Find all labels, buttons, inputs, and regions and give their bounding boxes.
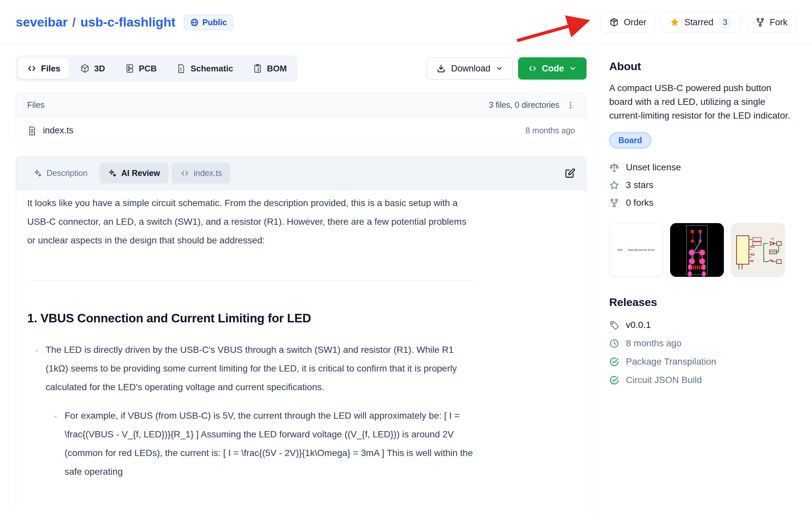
file-row-index-ts[interactable]: index.ts 8 months ago (16, 117, 586, 144)
files-meta-count: 3 files, 0 directories (489, 100, 559, 110)
code-label: Code (542, 64, 564, 74)
schematic-file-icon (176, 64, 186, 73)
edit-icon (564, 168, 576, 179)
release-date-row: 8 months ago (609, 338, 796, 349)
files-card-header: Files 3 files, 0 directories (16, 93, 586, 117)
thumbnail-pcb-preview[interactable] (670, 223, 724, 277)
file-icon (27, 126, 37, 135)
forks-row: 0 forks (609, 198, 796, 208)
annotation-arrow (512, 10, 597, 47)
tab-description[interactable]: Description (25, 163, 96, 183)
license-row: Unset license (609, 162, 796, 173)
ai-review-content: It looks like you have a simple circuit … (16, 190, 586, 507)
releases-heading: Releases (609, 296, 796, 309)
repo-name-link[interactable]: usb-c-flashlight (80, 15, 175, 29)
edit-button[interactable] (562, 165, 578, 181)
starred-label: Starred (684, 18, 714, 28)
preview-thumbnails: 500 Internal Server Error (609, 223, 796, 277)
release-version-row[interactable]: v0.0.1 (609, 320, 796, 330)
tab-index-ts[interactable]: index.ts (172, 163, 230, 183)
pcb-icon (125, 64, 135, 73)
release-check-circuit-json: Circuit JSON Build (609, 375, 796, 385)
main-column: Files 3D PCB Schematic (0, 45, 598, 515)
tab-files[interactable]: Files (18, 58, 69, 79)
order-label: Order (624, 18, 646, 28)
toolbar-actions: Download Code (427, 57, 586, 80)
code-icon (528, 64, 537, 73)
breadcrumb-separator: / (72, 15, 76, 29)
star-outline-icon (609, 180, 619, 190)
chevron-down-icon (495, 64, 503, 72)
fork-label: Fork (770, 18, 787, 28)
review-bullet: The LED is directly driven by the USB-C'… (42, 340, 477, 481)
toolbar: Files 3D PCB Schematic (16, 55, 586, 82)
tag-board[interactable]: Board (609, 132, 651, 148)
tab-bom[interactable]: BOM (244, 58, 295, 79)
release-check-label: Circuit JSON Build (626, 375, 702, 385)
release-check-label: Package Transpilation (626, 357, 716, 367)
tab-pcb[interactable]: PCB (116, 58, 166, 79)
code-button[interactable]: Code (518, 57, 587, 80)
chevron-down-icon (569, 64, 577, 72)
review-sub-bullet: For example, if VBUS (from USB-C) is 5V,… (61, 406, 477, 481)
fork-button[interactable]: Fork (747, 12, 796, 32)
scales-icon (609, 162, 619, 173)
download-button[interactable]: Download (427, 57, 513, 80)
tab-bom-label: BOM (267, 64, 287, 74)
tab-ai-review[interactable]: AI Review (99, 163, 168, 183)
order-button[interactable]: Order (600, 12, 655, 32)
release-version: v0.0.1 (626, 320, 651, 330)
tab-ai-review-label: AI Review (121, 169, 160, 178)
files-title: Files (27, 100, 45, 110)
repo-owner-link[interactable]: seveibar (16, 15, 67, 29)
visibility-label: Public (202, 18, 227, 27)
code-icon (180, 169, 190, 178)
breadcrumb: seveibar / usb-c-flashlight Public (16, 15, 233, 30)
tab-schematic[interactable]: Schematic (168, 58, 241, 79)
error-mini-text: 500 Internal Server Error (617, 247, 655, 253)
code-icon (27, 64, 37, 73)
check-circle-icon (609, 375, 619, 385)
starred-button[interactable]: Starred 3 (661, 12, 741, 32)
tag-icon (609, 320, 619, 330)
visibility-badge: Public (184, 15, 233, 30)
sidebar: About A compact USB-C powered push butto… (598, 45, 812, 515)
repo-page: seveibar / usb-c-flashlight Public Order… (0, 0, 812, 515)
release-check-transpilation: Package Transpilation (609, 357, 796, 367)
download-label: Download (451, 64, 490, 74)
star-icon (670, 18, 679, 27)
review-list: The LED is directly driven by the USB-C'… (27, 340, 477, 481)
globe-icon (190, 18, 199, 27)
repo-stats: Unset license 3 stars 0 forks (609, 162, 796, 208)
pcb-preview-image (670, 223, 724, 277)
tab-3d-label: 3D (94, 64, 105, 74)
about-heading: About (609, 60, 796, 73)
files-menu-button[interactable] (566, 100, 575, 110)
file-updated: 8 months ago (526, 126, 575, 135)
about-description: A compact USB-C powered push button boar… (609, 81, 796, 123)
tab-index-ts-label: index.ts (194, 169, 222, 178)
release-date: 8 months ago (626, 338, 682, 349)
schematic-preview-image: R1 (731, 223, 784, 277)
thumbnail-3d-preview-error[interactable]: 500 Internal Server Error (609, 223, 663, 277)
review-intro: It looks like you have a simple circuit … (27, 193, 477, 250)
repo-header: seveibar / usb-c-flashlight Public Order… (0, 0, 812, 45)
view-tabbar: Files 3D PCB Schematic (16, 55, 298, 82)
releases-section: Releases v0.0.1 8 months ago Package Tra… (609, 296, 796, 385)
thumbnail-schematic-preview[interactable]: R1 (731, 223, 785, 277)
stars-row: 3 stars (609, 180, 796, 190)
sparkles-icon (108, 169, 117, 178)
review-section-heading: 1. VBUS Connection and Current Limiting … (27, 311, 477, 326)
divider (27, 280, 477, 281)
license-label: Unset license (626, 162, 681, 173)
files-card: Files 3 files, 0 directories index.ts 8 … (16, 93, 586, 144)
header-actions: Order Starred 3 Fork (600, 12, 796, 32)
tab-3d[interactable]: 3D (71, 58, 113, 79)
tab-schematic-label: Schematic (191, 64, 233, 74)
star-count-badge: 3 (719, 16, 732, 29)
sparkles-icon (33, 169, 42, 178)
tab-files-label: Files (41, 64, 60, 74)
fork-icon (755, 18, 765, 27)
cube-icon (80, 64, 90, 73)
check-circle-icon (609, 357, 619, 367)
